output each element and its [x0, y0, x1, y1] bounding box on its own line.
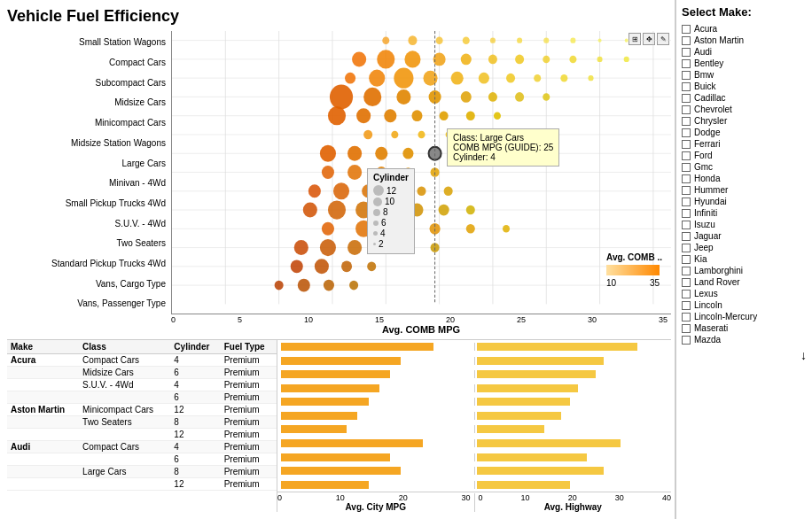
- make-checkbox[interactable]: [682, 209, 691, 218]
- hwy-bar-cell: [475, 453, 668, 461]
- make-checkbox[interactable]: [682, 117, 691, 126]
- sidebar-make-item[interactable]: Audi: [682, 47, 807, 57]
- hwy-bar-cell: [475, 412, 668, 420]
- make-checkbox[interactable]: [682, 36, 691, 45]
- td-make: [7, 466, 79, 478]
- make-checkbox[interactable]: [682, 128, 691, 137]
- sidebar-make-item[interactable]: Maserati: [682, 323, 807, 333]
- hwy-axis-title: Avg. Highway: [475, 502, 672, 512]
- make-label: Jeep: [694, 243, 714, 252]
- make-checkbox[interactable]: [682, 48, 691, 57]
- sidebar-make-item[interactable]: Acura: [682, 24, 807, 34]
- svg-point-52: [560, 74, 567, 82]
- make-checkbox[interactable]: [682, 232, 691, 241]
- sidebar-make-item[interactable]: Ford: [682, 151, 807, 160]
- make-checkbox[interactable]: [682, 71, 691, 80]
- td-class: [79, 478, 170, 491]
- make-checkbox[interactable]: [682, 151, 691, 160]
- make-checkbox[interactable]: [682, 290, 691, 298]
- sidebar-make-item[interactable]: Isuzu: [682, 220, 807, 229]
- td-make: Aston Martin: [7, 404, 79, 416]
- hwy-bar-cell: [475, 384, 668, 392]
- svg-point-70: [391, 131, 398, 139]
- sidebar-make-item[interactable]: Bmw: [682, 70, 807, 80]
- comb-labels: 10 35: [606, 278, 660, 288]
- make-checkbox[interactable]: [682, 244, 691, 252]
- make-checkbox[interactable]: [682, 255, 691, 264]
- sidebar-make-item[interactable]: Ferrari: [682, 139, 807, 149]
- make-checkbox[interactable]: [682, 336, 691, 345]
- tooltip-comb: COMB MPG (GUIDE): 25: [453, 143, 553, 152]
- sidebar-make-item[interactable]: Cadillac: [682, 93, 807, 103]
- make-checkbox[interactable]: [682, 82, 691, 91]
- make-checkbox[interactable]: [682, 313, 691, 321]
- th-fuel: Fuel Type: [221, 340, 277, 354]
- hwy-axis-labels: 0 10 20 30 40: [475, 493, 672, 502]
- sidebar-make-item[interactable]: Chevrolet: [682, 105, 807, 114]
- cyl-row-2: 2: [373, 239, 409, 249]
- city-bar-cell: [281, 425, 475, 433]
- hwy-bar-cell: [475, 343, 668, 351]
- sidebar-make-item[interactable]: Hummer: [682, 185, 807, 195]
- sidebar-make-item[interactable]: Mazda: [682, 335, 807, 345]
- svg-point-106: [320, 239, 336, 256]
- page-title: Vehicle Fuel Efficiency: [7, 7, 671, 26]
- sidebar-make-item[interactable]: Gmc: [682, 162, 807, 172]
- sidebar-make-item[interactable]: Chrysler: [682, 116, 807, 126]
- sidebar-make-item[interactable]: Kia: [682, 254, 807, 264]
- sidebar-make-item[interactable]: Buick: [682, 81, 807, 91]
- y-label-4: Minicompact Cars: [7, 118, 166, 128]
- sidebar-make-item[interactable]: Lexus: [682, 289, 807, 298]
- sidebar-make-item[interactable]: Hyundai: [682, 197, 807, 206]
- sidebar-make-item[interactable]: Honda: [682, 174, 807, 183]
- tooltip-cylinder: Cylinder: 4: [453, 152, 553, 162]
- td-cylinder: 4: [170, 354, 220, 367]
- make-checkbox[interactable]: [682, 25, 691, 34]
- sidebar-make-item[interactable]: Lamborghini: [682, 266, 807, 275]
- make-checkbox[interactable]: [682, 198, 691, 206]
- make-checkbox[interactable]: [682, 174, 691, 183]
- sidebar-make-item[interactable]: Infiniti: [682, 208, 807, 218]
- scroll-down-icon[interactable]: ↓: [682, 348, 807, 362]
- make-label: Hummer: [694, 185, 728, 195]
- sidebar-make-item[interactable]: Bentley: [682, 58, 807, 68]
- svg-point-26: [463, 36, 470, 44]
- sidebar-make-item[interactable]: Lincoln: [682, 300, 807, 310]
- city-bar: [281, 384, 379, 392]
- scatter-section: Small Station Wagons Compact Cars Subcom…: [7, 31, 671, 314]
- make-checkbox[interactable]: [682, 105, 691, 114]
- make-checkbox[interactable]: [682, 140, 691, 149]
- city-bar: [281, 357, 401, 365]
- make-checkbox[interactable]: [682, 267, 691, 275]
- bar-axis-titles: Avg. City MPG Avg. Highway: [277, 502, 671, 512]
- make-label: Ferrari: [694, 139, 720, 149]
- svg-point-48: [451, 72, 464, 85]
- scatter-svg: [172, 31, 671, 314]
- sidebar-make-item[interactable]: Aston Martin: [682, 35, 807, 45]
- make-checkbox[interactable]: [682, 59, 691, 68]
- make-checkbox[interactable]: [682, 186, 691, 195]
- svg-point-92: [303, 203, 317, 218]
- sidebar-make-item[interactable]: Dodge: [682, 128, 807, 137]
- svg-point-105: [294, 240, 308, 255]
- svg-point-74: [320, 145, 336, 162]
- y-label-10: Two Seaters: [7, 238, 166, 249]
- sidebar-make-item[interactable]: Land Rover: [682, 277, 807, 287]
- svg-point-90: [417, 186, 426, 196]
- sidebar-make-item[interactable]: Jaguar: [682, 231, 807, 241]
- sidebar-make-item[interactable]: Jeep: [682, 243, 807, 252]
- make-checkbox[interactable]: [682, 278, 691, 287]
- td-class: Midsize Cars: [79, 367, 170, 379]
- bar-row: [281, 342, 668, 352]
- city-axis-labels: 0 10 20 30: [277, 493, 475, 502]
- city-bar-cell: [281, 384, 475, 392]
- sidebar-make-item[interactable]: Lincoln-Mercury: [682, 312, 807, 321]
- table-row: 6 Premium: [7, 391, 277, 404]
- make-checkbox[interactable]: [682, 301, 691, 310]
- make-checkbox[interactable]: [682, 221, 691, 229]
- make-checkbox[interactable]: [682, 163, 691, 172]
- make-label: Lincoln-Mercury: [694, 312, 757, 321]
- make-checkbox[interactable]: [682, 324, 691, 333]
- make-checkbox[interactable]: [682, 94, 691, 103]
- td-fuel: Premium: [221, 367, 277, 379]
